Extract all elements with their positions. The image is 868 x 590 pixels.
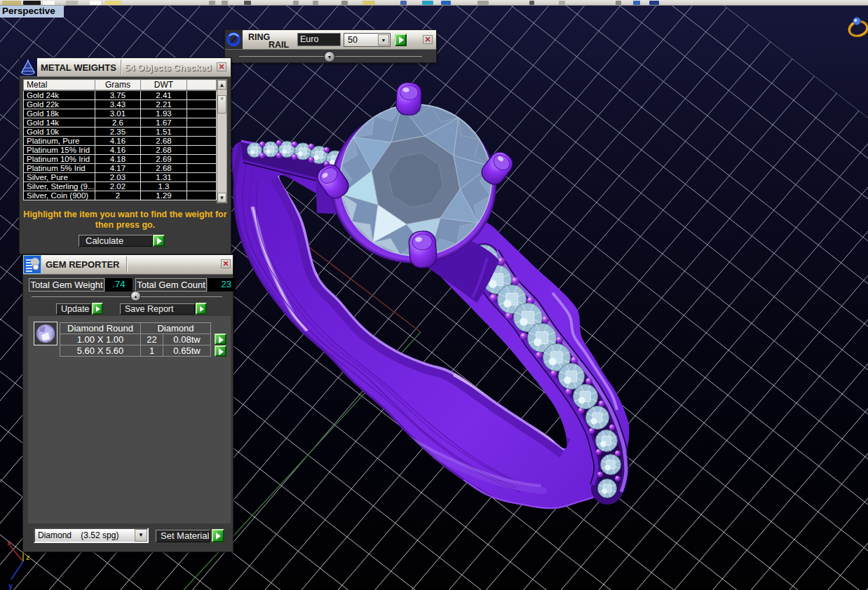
svg-text:x: x	[7, 539, 12, 547]
svg-text:y: y	[8, 582, 13, 590]
svg-text:z: z	[26, 553, 30, 561]
